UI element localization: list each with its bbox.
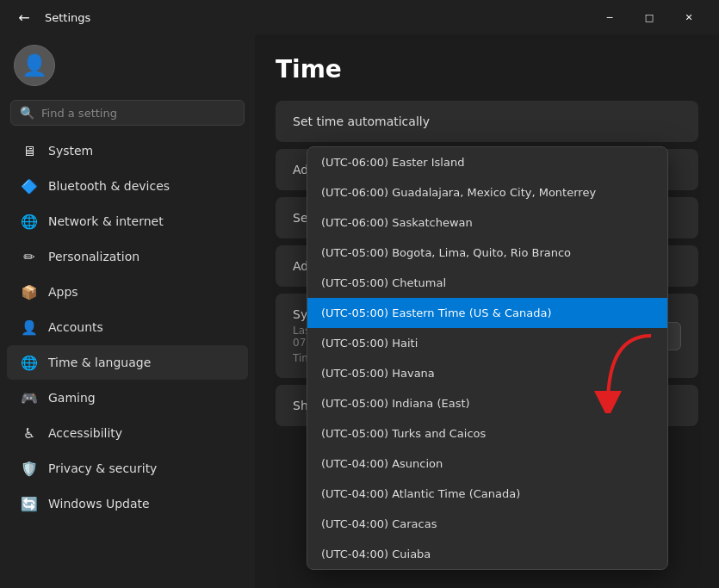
titlebar: ← Settings ─ □ ✕: [0, 0, 719, 34]
dropdown-item-1[interactable]: (UTC-06:00) Guadalajara, Mexico City, Mo…: [307, 177, 667, 207]
update-icon: 🔄: [21, 495, 38, 512]
accounts-icon: 👤: [21, 319, 38, 336]
user-profile[interactable]: 👤: [0, 34, 255, 100]
dropdown-item-4[interactable]: (UTC-05:00) Chetumal: [307, 268, 667, 298]
set-time-card[interactable]: Set time automatically: [276, 101, 698, 142]
network-icon: 🌐: [21, 213, 38, 230]
search-box[interactable]: 🔍: [10, 100, 245, 126]
sidebar-item-label-bluetooth: Bluetooth & devices: [48, 179, 170, 193]
dropdown-item-10[interactable]: (UTC-04:00) Asuncion: [307, 449, 667, 479]
app-title: Settings: [45, 11, 90, 24]
dropdown-item-9[interactable]: (UTC-05:00) Turks and Caicos: [307, 418, 667, 449]
maximize-button[interactable]: □: [629, 3, 669, 31]
sidebar-item-label-gaming: Gaming: [48, 391, 96, 405]
sidebar-item-label-update: Windows Update: [48, 497, 150, 511]
dropdown-item-3[interactable]: (UTC-05:00) Bogota, Lima, Quito, Rio Bra…: [307, 238, 667, 268]
content-area: Time Set time automatically Adjust for d…: [255, 34, 719, 588]
sidebar-item-system[interactable]: 🖥System: [7, 133, 248, 168]
dropdown-item-6[interactable]: (UTC-05:00) Haiti: [307, 328, 667, 358]
sidebar-item-label-apps: Apps: [48, 285, 78, 299]
search-icon: 🔍: [20, 106, 34, 120]
bluetooth-icon: 🔷: [21, 177, 38, 195]
time-icon: 🌐: [21, 354, 38, 371]
sidebar-item-accessibility[interactable]: ♿Accessibility: [7, 416, 248, 450]
search-input[interactable]: [41, 107, 235, 120]
dropdown-item-2[interactable]: (UTC-06:00) Saskatchewan: [307, 207, 667, 238]
set-time-label: Set time automatically: [293, 115, 430, 128]
personalization-icon: ✏️: [21, 248, 38, 265]
close-button[interactable]: ✕: [669, 3, 709, 31]
nav-list: 🖥System🔷Bluetooth & devices🌐Network & in…: [0, 133, 255, 522]
sidebar-item-apps[interactable]: 📦Apps: [7, 275, 248, 309]
sidebar-item-personalization[interactable]: ✏️Personalization: [7, 239, 248, 274]
dropdown-item-13[interactable]: (UTC-04:00) Cuiaba: [307, 539, 667, 569]
page-title: Time: [276, 55, 698, 84]
back-button[interactable]: ←: [10, 3, 38, 31]
dropdown-item-8[interactable]: (UTC-05:00) Indiana (East): [307, 388, 667, 418]
sidebar-item-time[interactable]: 🌐Time & language: [7, 345, 248, 380]
sidebar-item-label-privacy: Privacy & security: [48, 461, 157, 475]
dropdown-item-5[interactable]: (UTC-05:00) Eastern Time (US & Canada): [307, 298, 667, 328]
gaming-icon: 🎮: [21, 389, 38, 406]
sidebar-item-label-system: System: [48, 144, 93, 158]
dropdown-item-0[interactable]: (UTC-06:00) Easter Island: [307, 147, 667, 177]
sidebar-item-network[interactable]: 🌐Network & internet: [7, 204, 248, 238]
dropdown-item-12[interactable]: (UTC-04:00) Caracas: [307, 509, 667, 539]
sidebar-item-update[interactable]: 🔄Windows Update: [7, 486, 248, 521]
sidebar-item-privacy[interactable]: 🛡️Privacy & security: [7, 451, 248, 486]
apps-icon: 📦: [21, 283, 38, 300]
timezone-dropdown[interactable]: (UTC-06:00) Easter Island(UTC-06:00) Gua…: [307, 146, 668, 570]
sidebar-item-label-network: Network & internet: [48, 214, 164, 228]
app-body: 👤 🔍 🖥System🔷Bluetooth & devices🌐Network …: [0, 34, 719, 588]
window-controls: ─ □ ✕: [590, 3, 709, 31]
sidebar-item-label-personalization: Personalization: [48, 250, 139, 263]
privacy-icon: 🛡️: [21, 460, 38, 477]
accessibility-icon: ♿: [21, 424, 38, 442]
sidebar-item-label-accounts: Accounts: [48, 320, 103, 334]
sidebar-item-label-time: Time & language: [48, 356, 151, 369]
minimize-button[interactable]: ─: [590, 3, 629, 31]
sidebar-item-label-accessibility: Accessibility: [48, 426, 122, 440]
sidebar-item-gaming[interactable]: 🎮Gaming: [7, 381, 248, 415]
system-icon: 🖥: [21, 142, 38, 159]
sidebar-item-accounts[interactable]: 👤Accounts: [7, 310, 248, 344]
dropdown-item-7[interactable]: (UTC-05:00) Havana: [307, 358, 667, 388]
sidebar: 👤 🔍 🖥System🔷Bluetooth & devices🌐Network …: [0, 34, 255, 588]
sidebar-item-bluetooth[interactable]: 🔷Bluetooth & devices: [7, 169, 248, 203]
dropdown-item-11[interactable]: (UTC-04:00) Atlantic Time (Canada): [307, 479, 667, 509]
avatar: 👤: [14, 45, 55, 86]
